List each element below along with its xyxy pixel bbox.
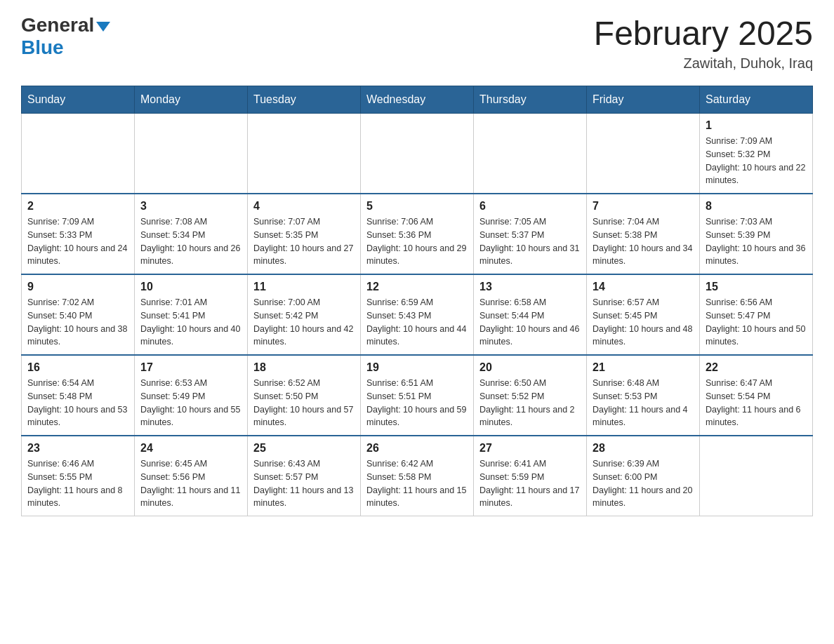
day-number: 13 [479, 281, 581, 293]
calendar-week-row: 23Sunrise: 6:46 AMSunset: 5:55 PMDayligh… [22, 436, 813, 516]
day-info: Sunrise: 7:00 AMSunset: 5:42 PMDaylight:… [253, 296, 355, 349]
day-number: 22 [706, 361, 807, 374]
calendar-cell: 22Sunrise: 6:47 AMSunset: 5:54 PMDayligh… [700, 355, 813, 436]
title-section: February 2025 Zawitah, Duhok, Iraq [594, 14, 813, 72]
day-number: 3 [140, 200, 241, 213]
calendar-cell [135, 114, 248, 194]
calendar-cell: 28Sunrise: 6:39 AMSunset: 6:00 PMDayligh… [587, 436, 700, 516]
day-info: Sunrise: 6:50 AMSunset: 5:52 PMDaylight:… [479, 377, 581, 429]
day-number: 14 [593, 281, 694, 293]
day-info: Sunrise: 7:04 AMSunset: 5:38 PMDaylight:… [593, 215, 694, 268]
calendar-cell: 26Sunrise: 6:42 AMSunset: 5:58 PMDayligh… [361, 436, 474, 516]
day-info: Sunrise: 7:09 AMSunset: 5:33 PMDaylight:… [27, 215, 128, 268]
calendar-cell: 19Sunrise: 6:51 AMSunset: 5:51 PMDayligh… [361, 355, 474, 436]
calendar-cell [248, 114, 361, 194]
calendar-header-row: SundayMondayTuesdayWednesdayThursdayFrid… [22, 86, 813, 114]
logo-blue-text: Blue [21, 36, 64, 59]
calendar-cell: 23Sunrise: 6:46 AMSunset: 5:55 PMDayligh… [22, 436, 135, 516]
day-info: Sunrise: 7:08 AMSunset: 5:34 PMDaylight:… [140, 215, 241, 268]
calendar-cell: 7Sunrise: 7:04 AMSunset: 5:38 PMDaylight… [587, 194, 700, 274]
month-title: February 2025 [594, 14, 813, 53]
calendar-week-row: 1Sunrise: 7:09 AMSunset: 5:32 PMDaylight… [22, 114, 813, 194]
day-info: Sunrise: 7:01 AMSunset: 5:41 PMDaylight:… [140, 296, 241, 349]
calendar-cell: 8Sunrise: 7:03 AMSunset: 5:39 PMDaylight… [700, 194, 813, 274]
calendar-cell [22, 114, 135, 194]
day-info: Sunrise: 6:48 AMSunset: 5:53 PMDaylight:… [593, 377, 694, 429]
logo-arrow-icon [96, 22, 110, 32]
day-info: Sunrise: 7:07 AMSunset: 5:35 PMDaylight:… [253, 215, 355, 268]
calendar-week-row: 2Sunrise: 7:09 AMSunset: 5:33 PMDaylight… [22, 194, 813, 274]
day-info: Sunrise: 6:56 AMSunset: 5:47 PMDaylight:… [706, 296, 807, 349]
page-header: General Blue February 2025 Zawitah, Duho… [21, 14, 813, 72]
day-number: 27 [479, 442, 581, 455]
calendar-cell: 14Sunrise: 6:57 AMSunset: 5:45 PMDayligh… [587, 274, 700, 355]
day-info: Sunrise: 6:51 AMSunset: 5:51 PMDaylight:… [366, 377, 468, 429]
calendar-cell: 1Sunrise: 7:09 AMSunset: 5:32 PMDaylight… [700, 114, 813, 194]
day-number: 16 [27, 361, 128, 374]
day-info: Sunrise: 6:41 AMSunset: 5:59 PMDaylight:… [479, 457, 581, 510]
day-info: Sunrise: 6:58 AMSunset: 5:44 PMDaylight:… [479, 296, 581, 349]
calendar-cell: 17Sunrise: 6:53 AMSunset: 5:49 PMDayligh… [135, 355, 248, 436]
calendar-cell: 25Sunrise: 6:43 AMSunset: 5:57 PMDayligh… [248, 436, 361, 516]
day-number: 18 [253, 361, 355, 374]
calendar-header-wednesday: Wednesday [361, 86, 474, 114]
calendar-cell: 6Sunrise: 7:05 AMSunset: 5:37 PMDaylight… [474, 194, 587, 274]
calendar-header-saturday: Saturday [700, 86, 813, 114]
day-number: 24 [140, 442, 241, 455]
calendar-cell: 2Sunrise: 7:09 AMSunset: 5:33 PMDaylight… [22, 194, 135, 274]
day-number: 26 [366, 442, 468, 455]
calendar-cell: 12Sunrise: 6:59 AMSunset: 5:43 PMDayligh… [361, 274, 474, 355]
calendar-cell: 3Sunrise: 7:08 AMSunset: 5:34 PMDaylight… [135, 194, 248, 274]
day-number: 4 [253, 200, 355, 213]
day-number: 17 [140, 361, 241, 374]
calendar-cell: 20Sunrise: 6:50 AMSunset: 5:52 PMDayligh… [474, 355, 587, 436]
calendar-cell: 11Sunrise: 7:00 AMSunset: 5:42 PMDayligh… [248, 274, 361, 355]
calendar-header-sunday: Sunday [22, 86, 135, 114]
calendar-header-tuesday: Tuesday [248, 86, 361, 114]
calendar-cell [700, 436, 813, 516]
calendar-week-row: 16Sunrise: 6:54 AMSunset: 5:48 PMDayligh… [22, 355, 813, 436]
day-info: Sunrise: 6:45 AMSunset: 5:56 PMDaylight:… [140, 457, 241, 510]
calendar-cell [361, 114, 474, 194]
day-info: Sunrise: 6:52 AMSunset: 5:50 PMDaylight:… [253, 377, 355, 429]
day-info: Sunrise: 6:53 AMSunset: 5:49 PMDaylight:… [140, 377, 241, 429]
day-info: Sunrise: 6:54 AMSunset: 5:48 PMDaylight:… [27, 377, 128, 429]
day-number: 12 [366, 281, 468, 293]
calendar-cell: 10Sunrise: 7:01 AMSunset: 5:41 PMDayligh… [135, 274, 248, 355]
day-info: Sunrise: 6:43 AMSunset: 5:57 PMDaylight:… [253, 457, 355, 510]
day-number: 21 [593, 361, 694, 374]
calendar-cell: 13Sunrise: 6:58 AMSunset: 5:44 PMDayligh… [474, 274, 587, 355]
day-number: 8 [706, 200, 807, 213]
day-info: Sunrise: 7:03 AMSunset: 5:39 PMDaylight:… [706, 215, 807, 268]
day-info: Sunrise: 7:02 AMSunset: 5:40 PMDaylight:… [27, 296, 128, 349]
day-number: 1 [706, 119, 807, 132]
calendar-cell: 27Sunrise: 6:41 AMSunset: 5:59 PMDayligh… [474, 436, 587, 516]
location-text: Zawitah, Duhok, Iraq [594, 55, 813, 72]
day-info: Sunrise: 7:05 AMSunset: 5:37 PMDaylight:… [479, 215, 581, 268]
calendar-week-row: 9Sunrise: 7:02 AMSunset: 5:40 PMDaylight… [22, 274, 813, 355]
day-number: 10 [140, 281, 241, 293]
calendar-header-thursday: Thursday [474, 86, 587, 114]
calendar-cell [587, 114, 700, 194]
day-number: 11 [253, 281, 355, 293]
day-number: 19 [366, 361, 468, 374]
day-info: Sunrise: 6:46 AMSunset: 5:55 PMDaylight:… [27, 457, 128, 510]
calendar-cell: 16Sunrise: 6:54 AMSunset: 5:48 PMDayligh… [22, 355, 135, 436]
calendar-cell: 15Sunrise: 6:56 AMSunset: 5:47 PMDayligh… [700, 274, 813, 355]
day-number: 25 [253, 442, 355, 455]
day-info: Sunrise: 6:57 AMSunset: 5:45 PMDaylight:… [593, 296, 694, 349]
day-number: 7 [593, 200, 694, 213]
calendar-cell: 21Sunrise: 6:48 AMSunset: 5:53 PMDayligh… [587, 355, 700, 436]
calendar-cell: 4Sunrise: 7:07 AMSunset: 5:35 PMDaylight… [248, 194, 361, 274]
day-number: 28 [593, 442, 694, 455]
day-info: Sunrise: 6:59 AMSunset: 5:43 PMDaylight:… [366, 296, 468, 349]
calendar-cell: 18Sunrise: 6:52 AMSunset: 5:50 PMDayligh… [248, 355, 361, 436]
day-info: Sunrise: 6:47 AMSunset: 5:54 PMDaylight:… [706, 377, 807, 429]
calendar-cell [474, 114, 587, 194]
calendar-cell: 5Sunrise: 7:06 AMSunset: 5:36 PMDaylight… [361, 194, 474, 274]
day-number: 20 [479, 361, 581, 374]
logo: General Blue [21, 14, 110, 59]
calendar-table: SundayMondayTuesdayWednesdayThursdayFrid… [21, 86, 813, 516]
calendar-header-monday: Monday [135, 86, 248, 114]
day-number: 9 [27, 281, 128, 293]
